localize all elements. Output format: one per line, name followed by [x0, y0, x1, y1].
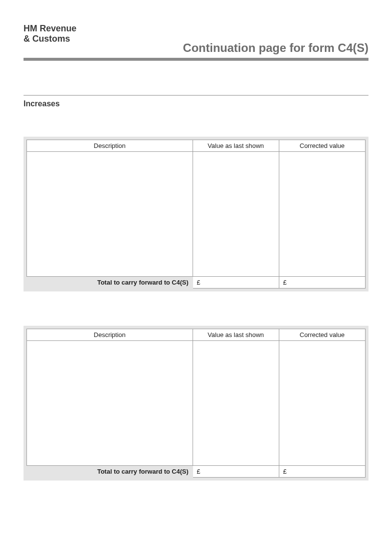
section-rule: [24, 95, 368, 96]
total-value-corrected[interactable]: £: [279, 466, 365, 478]
total-value-corrected[interactable]: £: [279, 277, 365, 289]
col-header-value-corrected: Corrected value: [279, 140, 365, 152]
document-header: HM Revenue & Customs Continuation page f…: [24, 24, 368, 55]
logo-line-1: HM Revenue: [24, 24, 368, 34]
col-header-value-corrected: Corrected value: [279, 329, 365, 341]
total-value-last[interactable]: £: [193, 277, 279, 289]
col-header-value-last: Value as last shown: [193, 140, 279, 152]
col-header-description: Description: [27, 140, 193, 152]
form-title: Continuation page for form C4(S): [183, 41, 368, 55]
cell-description[interactable]: [27, 341, 193, 466]
cell-value-corrected[interactable]: [279, 152, 365, 277]
section-heading-increases: Increases: [24, 99, 368, 108]
total-row: Total to carry forward to C4(S) £ £: [27, 277, 366, 289]
table-row: [27, 152, 366, 277]
header-rule-thick: [24, 58, 368, 61]
total-label: Total to carry forward to C4(S): [27, 466, 193, 478]
cell-description[interactable]: [27, 152, 193, 277]
total-row: Total to carry forward to C4(S) £ £: [27, 466, 366, 478]
cell-value-last[interactable]: [193, 341, 279, 466]
table-row: [27, 341, 366, 466]
total-label: Total to carry forward to C4(S): [27, 277, 193, 289]
cell-value-corrected[interactable]: [279, 341, 365, 466]
col-header-description: Description: [27, 329, 193, 341]
increases-table-1: Description Value as last shown Correcte…: [24, 137, 368, 291]
total-value-last[interactable]: £: [193, 466, 279, 478]
cell-value-last[interactable]: [193, 152, 279, 277]
table-header-row: Description Value as last shown Correcte…: [27, 140, 366, 152]
col-header-value-last: Value as last shown: [193, 329, 279, 341]
increases-table-2: Description Value as last shown Correcte…: [24, 326, 368, 481]
table-header-row: Description Value as last shown Correcte…: [27, 329, 366, 341]
